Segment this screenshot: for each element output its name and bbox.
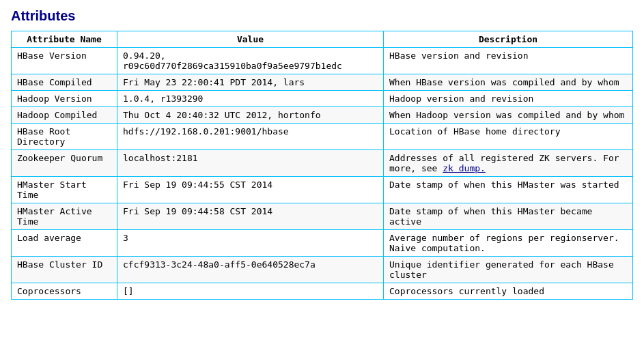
attr-value-cell: cfcf9313-3c24-48a0-aff5-0e640528ec7a — [117, 257, 384, 283]
attr-name-cell: Zookeeper Quorum — [12, 150, 117, 177]
col-header-desc: Description — [384, 31, 633, 48]
attr-desc-cell: HBase version and revision — [384, 48, 633, 74]
attr-value-cell: 0.94.20,r09c60d770f2869ca315910ba0f9a5ee… — [117, 48, 384, 74]
table-row: Zookeeper Quorumlocalhost:2181Addresses … — [12, 150, 633, 177]
attr-value-cell: Thu Oct 4 20:40:32 UTC 2012, hortonfo — [117, 107, 384, 124]
table-row: HMaster Active TimeFri Sep 19 09:44:58 C… — [12, 203, 633, 230]
col-header-value: Value — [117, 31, 384, 48]
attr-name-cell: HBase Root Directory — [12, 124, 117, 150]
table-row: Load average3Average number of regions p… — [12, 230, 633, 257]
attr-name-cell: Coprocessors — [12, 283, 117, 300]
attr-desc-cell: Date stamp of when this HMaster became a… — [384, 203, 633, 230]
attr-name-cell: Hadoop Version — [12, 91, 117, 107]
attr-value-cell: 1.0.4, r1393290 — [117, 91, 384, 107]
attr-name-cell: HBase Cluster ID — [12, 257, 117, 283]
attr-value-cell: Fri Sep 19 09:44:55 CST 2014 — [117, 177, 384, 203]
attr-desc-cell: Unique identifier generated for each HBa… — [384, 257, 633, 283]
table-row: HBase Root Directoryhdfs://192.168.0.201… — [12, 124, 633, 150]
attr-value-cell: localhost:2181 — [117, 150, 384, 177]
attr-value-cell: [] — [117, 283, 384, 300]
attr-value-cell: 3 — [117, 230, 384, 257]
table-row: HBase Version0.94.20,r09c60d770f2869ca31… — [12, 48, 633, 74]
page-title: Attributes — [11, 8, 633, 24]
attr-value-cell: Fri Sep 19 09:44:58 CST 2014 — [117, 203, 384, 230]
table-row: HMaster Start TimeFri Sep 19 09:44:55 CS… — [12, 177, 633, 203]
attr-name-cell: HBase Version — [12, 48, 117, 74]
table-row: HBase CompiledFri May 23 22:00:41 PDT 20… — [12, 74, 633, 91]
attr-name-cell: HBase Compiled — [12, 74, 117, 91]
attr-name-cell: Hadoop Compiled — [12, 107, 117, 124]
attr-value-cell: Fri May 23 22:00:41 PDT 2014, lars — [117, 74, 384, 91]
attributes-table: Attribute Name Value Description HBase V… — [11, 31, 633, 300]
attr-desc-cell: Date stamp of when this HMaster was star… — [384, 177, 633, 203]
table-row: Coprocessors[]Coprocessors currently loa… — [12, 283, 633, 300]
attr-value-cell: hdfs://192.168.0.201:9001/hbase — [117, 124, 384, 150]
attr-name-cell: HMaster Start Time — [12, 177, 117, 203]
attr-desc-cell: Average number of regions per regionserv… — [384, 230, 633, 257]
attr-desc-cell: When Hadoop version was compiled and by … — [384, 107, 633, 124]
attr-desc-cell: Location of HBase home directory — [384, 124, 633, 150]
attr-name-cell: HMaster Active Time — [12, 203, 117, 230]
attr-desc-cell: Addresses of all registered ZK servers. … — [384, 150, 633, 177]
table-row: Hadoop CompiledThu Oct 4 20:40:32 UTC 20… — [12, 107, 633, 124]
table-row: Hadoop Version1.0.4, r1393290Hadoop vers… — [12, 91, 633, 107]
attr-desc-cell: Coprocessors currently loaded — [384, 283, 633, 300]
table-row: HBase Cluster IDcfcf9313-3c24-48a0-aff5-… — [12, 257, 633, 283]
col-header-attr: Attribute Name — [12, 31, 117, 48]
attr-desc-cell: Hadoop version and revision — [384, 91, 633, 107]
zk-dump-link[interactable]: zk dump. — [443, 163, 486, 173]
attr-desc-cell: When HBase version was compiled and by w… — [384, 74, 633, 91]
attr-name-cell: Load average — [12, 230, 117, 257]
